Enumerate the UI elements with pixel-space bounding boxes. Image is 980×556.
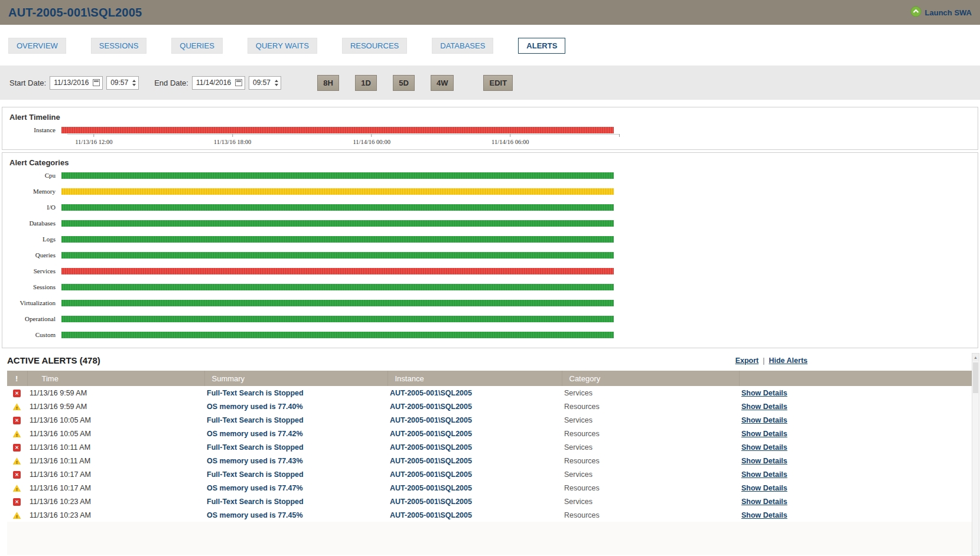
table-footer-space	[7, 522, 972, 555]
warning-icon: !	[13, 457, 21, 465]
active-alerts-header: ACTIVE ALERTS (478) Export | Hide Alerts	[0, 348, 980, 371]
alert-time: 11/13/16 10:05 AM	[27, 413, 204, 427]
start-date-input[interactable]	[53, 78, 93, 87]
category-bar-ok	[61, 252, 614, 259]
tab-query-waits[interactable]: QUERY WAITS	[248, 38, 317, 54]
alert-timeline-panel: Alert Timeline Instance 11/13/16 12:0011…	[2, 107, 978, 150]
vertical-scrollbar[interactable]: ▲	[972, 353, 979, 556]
alert-summary: OS memory used is 77.42%	[204, 427, 388, 440]
tab-queries[interactable]: QUERIES	[171, 38, 223, 54]
alert-summary: Full-Text Search is Stopped	[204, 440, 388, 454]
time-spinner[interactable]	[132, 80, 136, 86]
range-button-8h[interactable]: 8H	[317, 75, 339, 91]
category-bar-ok	[61, 172, 614, 179]
alert-time: 11/13/16 10:17 AM	[27, 467, 204, 481]
end-date-field	[192, 76, 245, 90]
alert-category: Resources	[562, 481, 739, 495]
calendar-icon[interactable]	[235, 79, 242, 86]
alert-row: ✕11/13/16 10:05 AMFull-Text Search is St…	[7, 413, 972, 427]
alert-categories-title: Alert Categories	[2, 153, 978, 172]
alert-row: !11/13/16 9:59 AMOS memory used is 77.40…	[7, 400, 972, 413]
error-icon: ✕	[13, 498, 21, 506]
tick-mark	[232, 134, 233, 137]
alert-category: Services	[562, 413, 739, 427]
alert-time: 11/13/16 10:17 AM	[27, 481, 204, 495]
tick-label: 11/13/16 12:00	[75, 139, 113, 145]
alert-row: !11/13/16 10:05 AMOS memory used is 77.4…	[7, 427, 972, 440]
tick-label: 11/14/16 06:00	[491, 139, 529, 145]
spin-up-icon[interactable]	[132, 80, 136, 82]
scrollbar-thumb[interactable]	[973, 362, 978, 393]
export-link[interactable]: Export	[735, 357, 759, 365]
range-button-5d[interactable]: 5D	[393, 75, 415, 91]
end-time-field	[249, 76, 281, 90]
alert-instance: AUT-2005-001\SQL2005	[388, 427, 562, 440]
alert-time: 11/13/16 10:05 AM	[27, 427, 204, 440]
edit-button[interactable]: EDIT	[483, 75, 513, 91]
tab-overview[interactable]: OVERVIEW	[8, 38, 66, 54]
spin-down-icon[interactable]	[132, 84, 136, 86]
spin-up-icon[interactable]	[275, 80, 278, 82]
hide-alerts-link[interactable]: Hide Alerts	[769, 357, 808, 365]
start-date-field	[50, 76, 103, 90]
page-title: AUT-2005-001\SQL2005	[8, 6, 142, 19]
alert-instance: AUT-2005-001\SQL2005	[388, 481, 562, 495]
alert-category: Resources	[562, 427, 739, 440]
range-button-4w[interactable]: 4W	[431, 75, 454, 91]
category-bar-warning	[61, 188, 614, 195]
category-row: Queries	[2, 251, 978, 259]
show-details-link[interactable]: Show Details	[741, 457, 787, 465]
error-icon: ✕	[13, 417, 21, 424]
calendar-icon[interactable]	[93, 79, 100, 86]
alert-row: ✕11/13/16 10:17 AMFull-Text Search is St…	[7, 467, 972, 481]
timeline-row: Instance	[2, 126, 978, 133]
category-label: I/O	[2, 204, 61, 211]
alert-summary: OS memory used is 77.40%	[204, 400, 388, 413]
tab-alerts[interactable]: ALERTS	[518, 38, 565, 54]
show-details-link[interactable]: Show Details	[741, 470, 787, 479]
alerts-header-row: !TimeSummaryInstanceCategory	[7, 371, 972, 386]
show-details-link[interactable]: Show Details	[741, 389, 787, 397]
spin-down-icon[interactable]	[275, 84, 278, 86]
tab-databases[interactable]: DATABASES	[432, 38, 493, 54]
alert-time: 11/13/16 9:59 AM	[27, 386, 204, 400]
alert-summary: Full-Text Search is Stopped	[204, 495, 388, 508]
axis-tick: 11/13/16 12:00	[75, 134, 113, 145]
show-details-link[interactable]: Show Details	[741, 511, 787, 519]
end-time-input[interactable]	[252, 78, 273, 87]
time-spinner[interactable]	[275, 80, 278, 86]
alert-row: !11/13/16 10:23 AMOS memory used is 77.4…	[7, 508, 972, 522]
tab-resources[interactable]: RESOURCES	[342, 38, 407, 54]
category-row: Custom	[2, 331, 978, 338]
tick-label: 11/14/16 00:00	[353, 139, 390, 145]
warning-icon: !	[13, 403, 21, 410]
alerts-body: ✕11/13/16 9:59 AMFull-Text Search is Sto…	[7, 386, 972, 522]
active-alerts-table: !TimeSummaryInstanceCategory ✕11/13/16 9…	[7, 371, 972, 522]
alert-categories-panel: Alert Categories CpuMemoryI/ODatabasesLo…	[2, 152, 978, 348]
start-time-input[interactable]	[109, 78, 131, 87]
show-details-link[interactable]: Show Details	[741, 443, 787, 452]
show-details-link[interactable]: Show Details	[741, 403, 787, 411]
launch-swa-button[interactable]: Launch SWA	[910, 6, 972, 19]
tick-mark	[93, 134, 94, 137]
category-label: Operational	[2, 315, 61, 322]
alert-summary: Full-Text Search is Stopped	[204, 467, 388, 481]
error-icon: ✕	[13, 390, 21, 397]
tab-sessions[interactable]: SESSIONS	[91, 38, 146, 54]
launch-swa-label[interactable]: Launch SWA	[925, 8, 972, 17]
column-header: Category	[562, 371, 739, 386]
tick-mark	[372, 134, 372, 137]
start-time-field	[106, 76, 139, 90]
range-button-1d[interactable]: 1D	[355, 75, 377, 91]
column-header: Instance	[388, 371, 562, 386]
show-details-link[interactable]: Show Details	[741, 416, 787, 424]
column-header: Summary	[204, 371, 388, 386]
category-row: Virtualization	[2, 299, 978, 306]
category-bar-ok	[61, 284, 614, 290]
scroll-up-icon[interactable]: ▲	[972, 354, 979, 361]
show-details-link[interactable]: Show Details	[741, 498, 787, 506]
show-details-link[interactable]: Show Details	[741, 484, 787, 492]
show-details-link[interactable]: Show Details	[741, 430, 787, 438]
end-date-input[interactable]	[195, 78, 235, 87]
alert-timeline-title: Alert Timeline	[2, 107, 978, 126]
